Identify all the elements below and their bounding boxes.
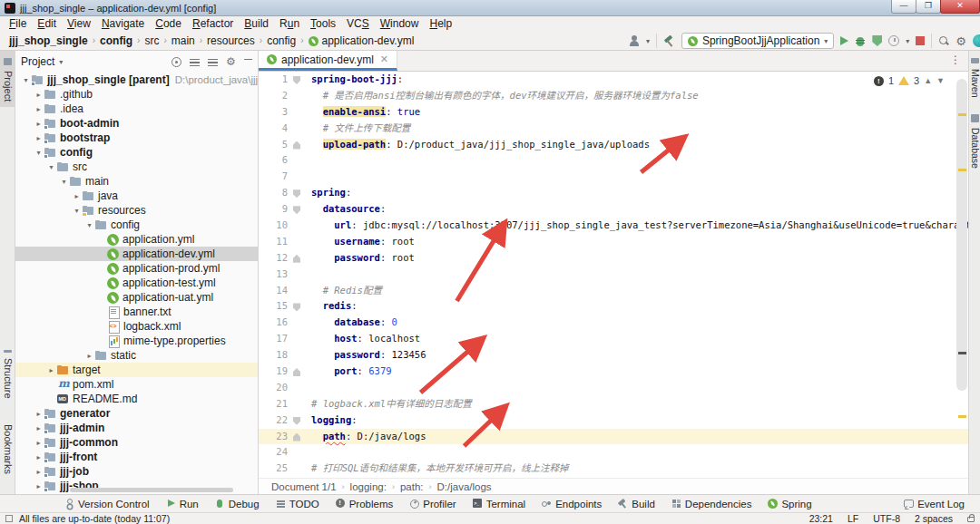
menu-window[interactable]: Window <box>375 17 425 30</box>
tool-stripe-database[interactable]: Database <box>969 107 980 174</box>
toolwindow-button-run[interactable]: Run <box>158 495 207 512</box>
tree-row[interactable]: ▸bootstrap <box>15 131 258 145</box>
tree-chevron-icon[interactable]: ▾ <box>46 163 56 171</box>
code-line[interactable]: 2 # 是否启用ansi控制台输出有颜色的字体，dev环境建议开启，服务器环境设… <box>259 88 968 104</box>
editor-scrollbar[interactable] <box>956 79 967 391</box>
toolwindow-button-profiler[interactable]: Profiler <box>401 495 464 512</box>
tree-chevron-icon[interactable]: ▸ <box>72 192 82 200</box>
tool-stripe-project[interactable]: Project <box>0 51 15 107</box>
fold-marker-icon[interactable] <box>293 255 300 263</box>
tree-chevron-icon[interactable]: ▸ <box>46 366 56 374</box>
tree-row[interactable]: README.md <box>15 392 258 406</box>
tree-row[interactable]: ▸boot-admin <box>15 116 258 131</box>
expand-all-icon[interactable] <box>190 59 200 66</box>
run-configuration-select[interactable]: SpringBootJjjApplication ▾ <box>681 33 834 49</box>
search-everywhere-icon[interactable] <box>938 35 949 46</box>
fold-marker-icon[interactable] <box>293 433 300 442</box>
code-line[interactable]: 21# logback.xml中有详细的日志配置 <box>259 396 968 412</box>
tree-row[interactable]: ▾jjj_shop_single [parent]D:\product_java… <box>15 73 258 87</box>
status-item[interactable]: LF <box>848 513 858 524</box>
code-line[interactable]: 14 # Redis配置 <box>259 283 968 299</box>
tree-row[interactable]: ▾config <box>15 218 258 232</box>
menu-edit[interactable]: Edit <box>32 17 62 30</box>
code-line[interactable]: 15 redis: <box>259 298 968 315</box>
tree-row[interactable]: ▾config <box>15 145 258 160</box>
code-line[interactable]: 17 host: localhost <box>259 331 968 347</box>
menu-help[interactable]: Help <box>424 17 457 30</box>
breadcrumb-item[interactable]: application-dev.yml <box>307 34 416 47</box>
toolwindow-button-spring[interactable]: Spring <box>760 495 819 512</box>
status-item[interactable]: 2 spaces <box>915 513 953 524</box>
menu-navigate[interactable]: Navigate <box>96 17 150 30</box>
code-line[interactable]: 25# 打印SQL语句和结果集，本地开发环境可开启，线上注释掉 <box>259 461 968 477</box>
run-button[interactable] <box>840 36 848 45</box>
code-line[interactable]: 8spring: <box>259 185 968 201</box>
breadcrumb-item[interactable]: config <box>98 34 134 47</box>
tree-chevron-icon[interactable]: ▸ <box>34 439 44 447</box>
tree-row[interactable]: logback.xml <box>15 319 258 334</box>
fold-marker-icon[interactable] <box>293 206 300 214</box>
maximize-button[interactable]: ❐ <box>916 0 941 14</box>
tree-chevron-icon[interactable]: ▸ <box>34 91 44 99</box>
tree-row[interactable]: ▸jjj-front <box>15 450 258 464</box>
toolwindow-button-todo[interactable]: TODO <box>268 495 328 512</box>
tree-row[interactable]: application-test.yml <box>15 276 258 290</box>
menu-code[interactable]: Code <box>150 17 187 30</box>
tree-chevron-icon[interactable]: ▸ <box>34 468 44 476</box>
fold-marker-icon[interactable] <box>293 189 300 198</box>
hide-panel-icon[interactable] <box>244 59 252 69</box>
breadcrumb-item[interactable]: src <box>142 34 161 47</box>
chevron-down-icon[interactable]: ▾ <box>59 58 63 66</box>
next-issue-icon[interactable]: ▼ <box>936 76 945 85</box>
tree-row[interactable]: mime-type.properties <box>15 334 258 348</box>
close-button[interactable]: ✕ <box>940 0 980 14</box>
code-line[interactable]: 9 datasource: <box>259 201 968 218</box>
tree-row[interactable]: ▸target <box>15 363 258 377</box>
code-line[interactable]: 5 upload-path: D:/product_java/jjj_shop_… <box>259 137 968 153</box>
code-line[interactable]: 24 <box>259 444 968 461</box>
fold-marker-icon[interactable] <box>293 368 300 376</box>
menu-view[interactable]: View <box>62 17 96 30</box>
tree-chevron-icon[interactable]: ▸ <box>84 352 94 360</box>
menu-refactor[interactable]: Refactor <box>187 17 239 30</box>
editor-breadcrumb-item[interactable]: logging: <box>350 481 387 492</box>
code-line[interactable]: 22logging: <box>259 412 968 429</box>
menu-tools[interactable]: Tools <box>305 17 341 30</box>
user-dropdown-icon[interactable]: ▾ <box>646 37 650 45</box>
tree-chevron-icon[interactable]: ▸ <box>34 453 44 461</box>
tree-row[interactable]: ▾resources <box>15 203 258 218</box>
code-line[interactable]: 19 port: 6379 <box>259 364 968 380</box>
tree-row[interactable]: ▸.github <box>15 87 258 102</box>
tree-row[interactable]: ▸jjj-admin <box>15 421 258 435</box>
tree-chevron-icon[interactable]: ▸ <box>34 120 44 128</box>
tool-stripe-maven[interactable]: Maven <box>969 51 980 103</box>
editor-options-kebab-icon[interactable]: ⋮ <box>943 51 968 71</box>
editor-breadcrumb-item[interactable]: D:/java/logs <box>436 481 491 492</box>
menu-vcs[interactable]: VCS <box>341 17 375 30</box>
tree-row[interactable]: application-prod.yml <box>15 261 258 276</box>
tab-application-dev-yml[interactable]: application-dev.yml ✕ <box>259 51 397 71</box>
tool-stripe-bookmarks[interactable]: Bookmarks <box>0 412 15 479</box>
code-line[interactable]: 4 # 文件上传下载配置 <box>259 121 968 137</box>
toolwindow-button-problems[interactable]: Problems <box>328 495 402 512</box>
status-item[interactable]: UTF-8 <box>873 513 900 524</box>
tree-chevron-icon[interactable]: ▾ <box>72 207 82 215</box>
inspections-widget[interactable]: ! 1 3 ▲ ▼ <box>874 75 945 86</box>
code-line[interactable]: 18 password: 123456 <box>259 347 968 364</box>
tool-window-switcher-icon[interactable] <box>5 515 13 522</box>
tree-row[interactable]: ▸generator <box>15 406 258 421</box>
tree-row[interactable]: ▾src <box>15 160 258 174</box>
tree-row[interactable]: ▸static <box>15 348 258 363</box>
user-icon[interactable] <box>629 35 640 46</box>
gear-icon[interactable]: ⚙ <box>226 57 236 67</box>
tree-chevron-icon[interactable]: ▾ <box>59 178 69 186</box>
tab-close-icon[interactable]: ✕ <box>380 53 388 65</box>
code-line[interactable]: 7 <box>259 169 968 185</box>
tree-chevron-icon[interactable]: ▸ <box>34 105 44 113</box>
lock-icon[interactable] <box>967 517 975 522</box>
error-stripe-mark[interactable] <box>958 169 966 171</box>
prev-issue-icon[interactable]: ▲ <box>924 76 932 85</box>
tree-row[interactable]: ▸.idea <box>15 102 258 116</box>
tree-row[interactable]: ▸jjj-common <box>15 435 258 450</box>
editor-breadcrumb-item[interactable]: path: <box>400 481 424 492</box>
